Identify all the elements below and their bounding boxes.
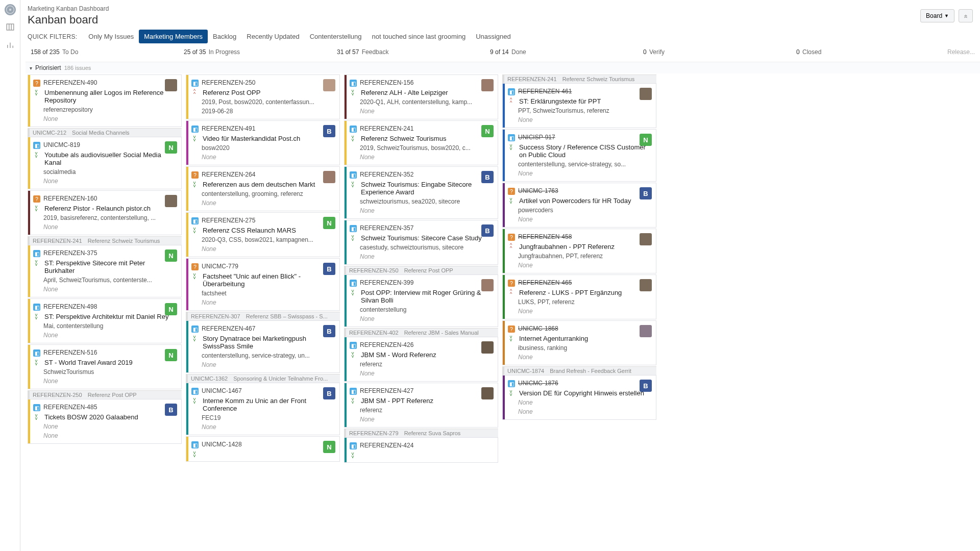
issue-key[interactable]: REFERENZEN-426 — [360, 341, 413, 348]
assignee-avatar[interactable]: B — [323, 387, 335, 399]
filter-recently-updated[interactable]: Recently Updated — [241, 30, 304, 43]
assignee-avatar[interactable]: B — [640, 380, 652, 392]
assignee-avatar[interactable] — [640, 279, 652, 291]
issue-key[interactable]: REFERENZEN-241 — [360, 125, 413, 132]
filter-contenterstellung[interactable]: Contenterstellung — [305, 30, 367, 43]
assignee-avatar[interactable]: N — [323, 441, 335, 453]
app-logo[interactable] — [5, 4, 16, 15]
kanban-card[interactable]: ?REFERENZEN-465^^Referenz - LUKS - PPT E… — [502, 274, 656, 319]
assignee-avatar[interactable] — [640, 325, 652, 337]
kanban-card[interactable]: ◧REFERENZEN-399vvPost OPP: Interview mit… — [344, 274, 498, 327]
swimlane-header[interactable]: ▾ Priorisiert 186 issues — [26, 62, 980, 73]
filter-not-touched-since-last-grooming[interactable]: not touched since last grooming — [367, 30, 471, 43]
assignee-avatar[interactable] — [165, 195, 177, 207]
issue-key[interactable]: REFERENZEN-357 — [360, 224, 413, 232]
issue-key[interactable]: UNICMC-1868 — [518, 325, 558, 332]
issue-key[interactable]: UNICMC-1467 — [202, 387, 242, 394]
kanban-card[interactable]: ◧UNICMC-1467vvInterne Komm zu Unic an de… — [186, 383, 340, 435]
issue-key[interactable]: UNICMC-1876 — [518, 380, 558, 387]
assignee-avatar[interactable]: N — [165, 141, 177, 154]
kanban-card[interactable]: ◧REFERENZEN-156vvReferenz ALH - Alte Lei… — [344, 74, 498, 119]
kanban-card[interactable]: ◧REFERENZEN-491vvVideo für Masterkandida… — [186, 120, 340, 165]
kanban-card[interactable]: ◧UNICISP-917vvSuccess Story / Reference … — [502, 129, 656, 182]
filter-backlog[interactable]: Backlog — [208, 30, 241, 43]
kanban-card[interactable]: ◧REFERENZEN-427vvJBM SM - PPT Referenzre… — [344, 383, 498, 428]
assignee-avatar[interactable]: B — [640, 187, 652, 199]
assignee-avatar[interactable]: B — [481, 224, 494, 237]
kanban-card[interactable]: ◧REFERENZEN-275vvReferenz CSS Relaunch M… — [186, 212, 340, 257]
assignee-avatar[interactable]: N — [481, 125, 494, 137]
assignee-avatar[interactable]: B — [481, 171, 494, 183]
issue-key[interactable]: REFERENZEN-461 — [518, 88, 572, 95]
issue-key[interactable]: REFERENZEN-427 — [360, 387, 413, 394]
issue-key[interactable]: REFERENZEN-491 — [202, 125, 255, 132]
board-menu-button[interactable]: Board▼ — [920, 9, 954, 22]
assignee-avatar[interactable]: B — [323, 325, 335, 337]
issue-key[interactable]: REFERENZEN-516 — [43, 349, 97, 356]
issue-key[interactable]: REFERENZEN-485 — [43, 404, 97, 411]
issue-key[interactable]: REFERENZEN-458 — [518, 233, 572, 240]
kanban-card[interactable]: ?UNICMC-779vvFactsheet "Unic auf einen B… — [186, 258, 340, 311]
release-button[interactable]: Release... — [947, 44, 975, 56]
issue-key[interactable]: UNICMC-1763 — [518, 187, 558, 194]
issue-key[interactable]: REFERENZEN-156 — [360, 79, 413, 86]
issue-key[interactable]: REFERENZEN-467 — [202, 325, 255, 332]
kanban-card[interactable]: ◧REFERENZEN-467vvStory Dynatrace bei Mar… — [186, 320, 340, 373]
filter-marketing-members[interactable]: Marketing Members — [139, 30, 208, 43]
assignee-avatar[interactable]: N — [323, 217, 335, 229]
assignee-avatar[interactable]: B — [323, 263, 335, 275]
kanban-card[interactable]: ◧REFERENZEN-498vvST: Perspektive Archite… — [28, 298, 182, 343]
kanban-card[interactable]: ?REFERENZEN-264vvReferenzen aus dem deut… — [186, 166, 340, 211]
assignee-avatar[interactable]: B — [323, 125, 335, 137]
issue-key[interactable]: REFERENZEN-264 — [202, 171, 255, 178]
filter-unassigned[interactable]: Unassigned — [471, 30, 516, 43]
kanban-card[interactable]: ◧UNICMC-819vvYoutube als audiovisueller … — [28, 137, 182, 189]
kanban-card[interactable]: ◧REFERENZEN-461^^ST: Erklärungstexte für… — [502, 83, 656, 128]
assignee-avatar[interactable] — [640, 233, 652, 245]
issue-key[interactable]: REFERENZEN-375 — [43, 249, 97, 257]
assignee-avatar[interactable] — [481, 79, 494, 91]
kanban-card[interactable]: ?UNICMC-1763vvArtikel von Powercoders fü… — [502, 183, 656, 228]
assignee-avatar[interactable] — [165, 79, 177, 91]
kanban-card[interactable]: ?UNICMC-1868vvInternet Agenturrankingibu… — [502, 320, 656, 365]
assignee-avatar[interactable] — [323, 171, 335, 183]
kanban-card[interactable]: ?REFERENZEN-490vvUmbenennung aller Logos… — [28, 74, 182, 127]
kanban-card[interactable]: ◧REFERENZEN-485vvTickets BOSW 2020 Galaa… — [28, 399, 182, 444]
issue-key[interactable]: REFERENZEN-250 — [202, 79, 255, 86]
issue-key[interactable]: UNICMC-779 — [202, 263, 238, 270]
filter-only-my-issues[interactable]: Only My Issues — [83, 30, 139, 43]
kanban-card[interactable]: ◧REFERENZEN-352vvSchweiz Tourismus: Eing… — [344, 166, 498, 219]
kanban-card[interactable]: ◧REFERENZEN-357vvSchweiz Tourismus: Site… — [344, 220, 498, 265]
kanban-card[interactable]: ◧REFERENZEN-516vvST - World Travel Award… — [28, 344, 182, 389]
kanban-card[interactable]: ◧UNICMC-1428vvN — [186, 436, 340, 462]
assignee-avatar[interactable] — [323, 79, 335, 91]
issue-key[interactable]: REFERENZEN-275 — [202, 217, 255, 224]
issue-key[interactable]: REFERENZEN-424 — [360, 442, 413, 449]
kanban-card[interactable]: ◧REFERENZEN-426vvJBM SM - Word Referenzr… — [344, 337, 498, 382]
kanban-card[interactable]: ◧REFERENZEN-424vv — [344, 437, 498, 463]
issue-key[interactable]: REFERENZEN-465 — [518, 279, 572, 286]
assignee-avatar[interactable]: N — [165, 249, 177, 262]
issue-key[interactable]: UNICMC-1428 — [202, 441, 242, 448]
reports-icon[interactable] — [6, 40, 15, 51]
assignee-avatar[interactable] — [481, 279, 494, 291]
issue-key[interactable]: REFERENZEN-160 — [43, 195, 97, 202]
issue-key[interactable]: UNICISP-917 — [518, 134, 555, 141]
assignee-avatar[interactable]: N — [640, 134, 652, 146]
kanban-card[interactable]: ?REFERENZEN-160vvReferenz Pistor - Relau… — [28, 190, 182, 235]
expand-icon[interactable] — [959, 9, 973, 22]
assignee-avatar[interactable]: N — [165, 349, 177, 361]
assignee-avatar[interactable] — [481, 387, 494, 399]
kanban-card[interactable]: ◧REFERENZEN-250^^Referenz Post OPP2019, … — [186, 74, 340, 119]
issue-key[interactable]: REFERENZEN-399 — [360, 279, 413, 286]
issue-key[interactable]: UNICMC-819 — [43, 141, 80, 148]
issue-key[interactable]: REFERENZEN-490 — [43, 79, 97, 86]
kanban-card[interactable]: ?REFERENZEN-458^^Jungfraubahnen - PPT Re… — [502, 229, 656, 273]
kanban-card[interactable]: ◧REFERENZEN-375vvST: Perspektive Sitecor… — [28, 245, 182, 297]
assignee-avatar[interactable]: B — [165, 404, 177, 416]
kanban-card[interactable]: ◧REFERENZEN-241vvReferenz Schweiz Touris… — [344, 120, 498, 165]
kanban-card[interactable]: ◧UNICMC-1876vvVersion DE für Copyright H… — [502, 375, 656, 420]
issue-key[interactable]: REFERENZEN-352 — [360, 171, 413, 178]
issue-key[interactable]: REFERENZEN-498 — [43, 303, 97, 310]
breadcrumb[interactable]: Marketing Kanban Dashboard — [28, 5, 109, 12]
